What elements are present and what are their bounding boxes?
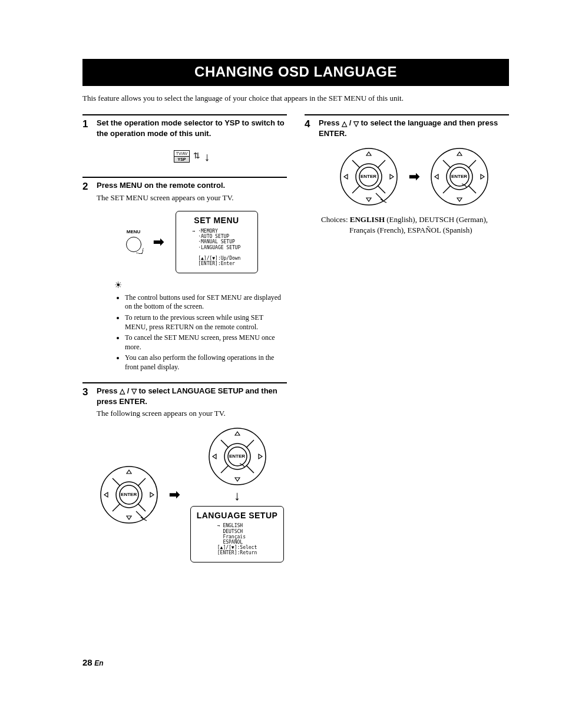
enter-label: ENTER [121, 491, 137, 498]
svg-line-6 [138, 504, 146, 511]
tips-list: The control buttons used for SET MENU ar… [125, 293, 287, 372]
navpad-icon: ENTER [339, 147, 398, 206]
svg-line-17 [352, 160, 360, 168]
svg-line-20 [378, 186, 385, 193]
enter-label: ENTER [451, 174, 467, 180]
step-heading: Press MENU on the remote control. [97, 180, 287, 191]
language-setup-screen: LANGUAGE SETUP → ENGLISH DEUTSCH Françai… [190, 506, 285, 562]
svg-line-11 [246, 440, 254, 448]
svg-line-3 [113, 478, 120, 486]
down-triangle-icon: ▽ [353, 120, 359, 127]
right-column: 4 Press △ / ▽ to select the language and… [305, 114, 509, 574]
menu-press-figure: MENU ➡ SET MENU → ·MEMORY ·AUTO SETUP ·M… [97, 211, 287, 273]
left-column: 1 Set the operation mode selector to YSP… [82, 114, 287, 574]
arrow-right-icon: ➡ [169, 486, 180, 504]
step-subtext: The SET MENU screen appears on your TV. [97, 193, 287, 203]
step-heading: Set the operation mode selector to YSP t… [97, 118, 287, 139]
page-number: 28 En [82, 657, 509, 669]
button-press-icon [126, 237, 141, 252]
screen-body: → ·MEMORY ·AUTO SETUP ·MANUAL SETUP ·LAN… [193, 229, 241, 266]
svg-line-27 [468, 186, 476, 193]
arrow-right-icon: ➡ [153, 233, 164, 251]
enter-label: ENTER [361, 174, 376, 180]
step-2: 2 Press MENU on the remote control. The … [82, 177, 287, 373]
navpad-icon: ENTER [208, 427, 267, 486]
down-arrow-icon: ↓ [204, 151, 210, 163]
menu-button-label: MENU [126, 229, 141, 236]
tip-item: The control buttons used for SET MENU ar… [125, 293, 282, 312]
down-arrow-icon: ↓ [234, 489, 240, 502]
language-choices: Choices: ENGLISH (English), DEUTSCH (Ger… [319, 214, 509, 235]
down-triangle-icon: ▽ [131, 388, 137, 395]
set-menu-screen: SET MENU → ·MEMORY ·AUTO SETUP ·MANUAL S… [176, 211, 258, 273]
enter-label: ENTER [229, 453, 245, 459]
svg-line-19 [352, 186, 360, 193]
arrow-right-icon: ➡ [409, 168, 419, 186]
mode-switch-icon: TV/AV YSP [174, 150, 190, 163]
up-triangle-icon: △ [120, 388, 125, 395]
intro-text: This feature allows you to select the la… [82, 93, 509, 104]
step-heading: Press △ / ▽ to select the language and t… [319, 118, 509, 139]
svg-line-10 [221, 440, 229, 448]
navpad-row: ENTER ➡ [319, 147, 509, 206]
step-subtext: The following screen appears on your TV. [97, 408, 287, 419]
step-1: 1 Set the operation mode selector to YSP… [82, 114, 287, 168]
screen-title: LANGUAGE SETUP [197, 510, 278, 521]
step-number: 4 [305, 118, 319, 235]
navpad-icon: ENTER [430, 147, 489, 206]
step-heading: Press △ / ▽ to select LANGUAGE SETUP and… [97, 386, 287, 407]
tip-item: You can also perform the following opera… [125, 353, 282, 372]
navpad-icon: ENTER [100, 465, 158, 524]
mode-selector-figure: TV/AV YSP ⇅ ↓ [97, 147, 287, 163]
svg-line-25 [468, 160, 476, 168]
content-columns: 1 Set the operation mode selector to YSP… [82, 114, 509, 574]
step-number: 1 [82, 118, 97, 168]
svg-line-4 [138, 478, 146, 486]
step-number: 2 [82, 180, 97, 373]
svg-line-5 [113, 504, 120, 511]
tip-item: To cancel the SET MENU screen, press MEN… [125, 333, 282, 352]
step-number: 3 [82, 386, 97, 566]
tip-item: To return to the previous screen while u… [125, 313, 282, 332]
navpad-row: ENTER ➡ [97, 427, 287, 562]
step-3: 3 Press △ / ▽ to select LANGUAGE SETUP a… [82, 382, 287, 566]
page-title: CHANGING OSD LANGUAGE [82, 59, 509, 86]
tip-icon: ☀ [114, 279, 287, 291]
svg-line-18 [378, 160, 385, 168]
svg-line-13 [246, 465, 254, 473]
up-triangle-icon: △ [342, 120, 347, 127]
screen-body: → ENGLISH DEUTSCH Français ESPAÑOL [▲]/[… [217, 523, 257, 555]
svg-line-26 [443, 186, 451, 193]
svg-line-12 [221, 465, 229, 473]
step-4: 4 Press △ / ▽ to select the language and… [305, 114, 509, 235]
svg-line-24 [443, 160, 451, 168]
screen-title: SET MENU [182, 215, 252, 226]
